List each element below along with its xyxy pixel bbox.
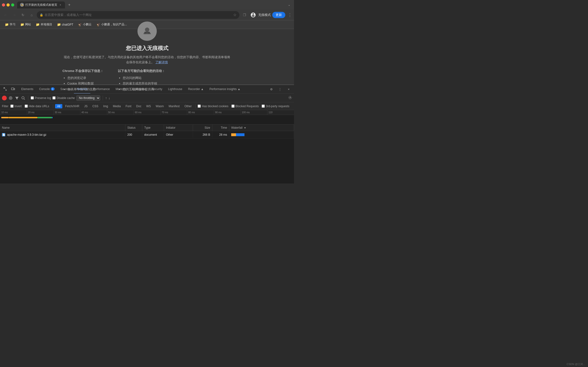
preserve-log-checkbox-label[interactable]: Preserve log — [31, 96, 51, 100]
tick-100ms: 100 ms — [241, 110, 267, 115]
network-settings-button[interactable] — [288, 96, 292, 100]
new-tab-button[interactable]: + — [66, 1, 73, 8]
col-header-status[interactable]: Status — [125, 125, 142, 131]
device-mode-button[interactable] — [10, 86, 17, 93]
tick-40ms: 40 ms — [80, 110, 107, 115]
has-blocked-cookies-label[interactable]: Has blocked cookies — [198, 105, 228, 108]
inspect-element-button[interactable] — [2, 86, 9, 93]
table-row[interactable]: 📄 apache-maven-3.9.3-bin.tar.gz 200 docu… — [0, 131, 294, 139]
bookmark-label: 网站 — [25, 23, 31, 26]
timeline-bar-green — [37, 117, 52, 118]
bookmark-button[interactable]: ☆ — [233, 13, 237, 17]
tick-70ms: 70 ms — [160, 110, 187, 115]
blocked-requests-checkbox[interactable] — [231, 105, 235, 108]
filter-type-media[interactable]: Media — [111, 104, 123, 108]
back-button[interactable]: ← — [2, 11, 9, 19]
devtools-right-icons: ⚙ ⋮ × — [268, 86, 292, 93]
more-options-button[interactable]: ⋮ — [277, 86, 283, 93]
throttle-select[interactable]: No throttling — [76, 95, 100, 101]
col-header-type[interactable]: Type — [142, 125, 164, 131]
incognito-desc: 现在，您便可进行私密浏览了。与您共用此设备的其他用户将不会看到您的活动，但您的下… — [63, 55, 232, 65]
close-devtools-button[interactable]: × — [285, 86, 292, 93]
incognito-label: 无痕模式 — [258, 13, 271, 17]
cell-status: 200 — [125, 132, 142, 138]
close-light[interactable] — [2, 3, 5, 7]
disable-cache-checkbox[interactable] — [52, 96, 56, 100]
bookmark-label: 学习 — [10, 23, 16, 26]
filter-type-fetch-xhr[interactable]: Fetch/XHR — [63, 104, 81, 108]
sidebar-button[interactable]: ❐ — [241, 11, 248, 19]
filter-type-ws[interactable]: WS — [144, 104, 153, 108]
settings-button[interactable]: ⚙ — [268, 86, 275, 93]
hide-data-urls-label[interactable]: Hide data URLs — [25, 105, 49, 108]
menu-button[interactable]: ⋮ — [288, 12, 292, 18]
filter-type-all[interactable]: All — [55, 104, 62, 108]
traffic-lights — [2, 3, 14, 7]
filter-type-js[interactable]: JS — [82, 104, 89, 108]
active-tab[interactable]: 🕵 打开新的无痕模式标签页 × — [17, 1, 65, 8]
nav-right: ❐ 无痕模式 更新 ⋮ — [241, 11, 292, 19]
filter-type-manifest[interactable]: Manifest — [167, 104, 181, 108]
cell-time: 28 ms — [212, 132, 229, 138]
col-header-time[interactable]: Time — [212, 125, 229, 131]
tick-10ms: 10 ms — [0, 110, 27, 115]
col-header-initiator[interactable]: Initiator — [164, 125, 193, 131]
home-button[interactable]: ⌂ — [28, 11, 35, 19]
timeline-bar-yellow — [9, 117, 37, 118]
cell-type: document — [142, 132, 164, 138]
hide-data-urls-checkbox[interactable] — [25, 105, 28, 108]
incognito-content: 您已进入无痕模式 现在，您便可进行私密浏览了。与您共用此设备的其他用户将不会看到… — [63, 22, 232, 92]
col-header-size[interactable]: Size — [193, 125, 212, 131]
invert-checkbox-label[interactable]: Invert — [10, 105, 22, 108]
filter-type-font[interactable]: Font — [124, 104, 133, 108]
bookmark-item-website[interactable]: 📁 网站 — [18, 22, 33, 27]
filter-type-wasm[interactable]: Wasm — [154, 104, 166, 108]
record-button[interactable] — [2, 96, 7, 100]
timeline-bars — [0, 115, 294, 125]
filter-type-doc[interactable]: Doc — [134, 104, 143, 108]
import-button[interactable]: ↓ — [109, 96, 110, 100]
address-bar[interactable]: 🔒 ☆ — [37, 11, 239, 19]
tick-90ms: 90 ms — [214, 110, 241, 115]
minimize-light[interactable] — [7, 3, 10, 7]
divider — [103, 96, 103, 100]
col-header-waterfall[interactable]: Waterfall ▼ — [229, 125, 294, 131]
filter-type-css[interactable]: CSS — [90, 104, 100, 108]
update-button[interactable]: 更新 — [272, 12, 285, 18]
tab-close-button[interactable]: × — [59, 3, 62, 7]
col-header-name[interactable]: Name — [0, 125, 125, 131]
waterfall-bar-blue — [236, 133, 245, 136]
divider — [196, 104, 196, 108]
svg-rect-4 — [145, 32, 146, 33]
table-header: Name Status Type Initiator Size Time Wat… — [0, 125, 294, 131]
filter-button[interactable] — [15, 96, 19, 100]
reload-button[interactable]: ↻ — [19, 11, 26, 19]
forward-button[interactable]: → — [11, 11, 18, 19]
tab-console[interactable]: Console 1 — [36, 85, 58, 94]
wont-save-list: 您的浏览记录 Cookie 和网站数据 在表单中填写的信息 — [63, 75, 104, 92]
filter-type-other[interactable]: Other — [182, 104, 194, 108]
disable-cache-checkbox-label[interactable]: Disable cache — [52, 96, 75, 100]
clear-button[interactable] — [8, 96, 13, 100]
maximize-light[interactable] — [11, 3, 14, 7]
invert-checkbox[interactable] — [10, 105, 14, 108]
collapse-button[interactable]: ⌄ — [286, 2, 292, 8]
search-button[interactable] — [21, 96, 26, 100]
tick-20ms: 20 ms — [27, 110, 54, 115]
filter-type-img[interactable]: Img — [101, 104, 110, 108]
third-party-label[interactable]: 3rd-party requests — [262, 105, 289, 108]
address-input[interactable] — [45, 13, 232, 17]
upload-button[interactable]: ↑ — [105, 96, 107, 100]
network-toolbar: Preserve log Disable cache No throttling… — [0, 94, 294, 102]
bookmark-item-learn[interactable]: 📁 学习 — [3, 22, 17, 27]
blocked-requests-label[interactable]: Blocked Requests — [231, 105, 259, 108]
learn-more-link[interactable]: 了解详情 — [155, 60, 168, 64]
preserve-log-checkbox[interactable] — [31, 96, 34, 100]
bookmark-item-local[interactable]: 📁 本地项目 — [34, 22, 54, 27]
third-party-checkbox[interactable] — [262, 105, 265, 108]
tab-elements[interactable]: Elements — [18, 85, 36, 94]
tick-80ms: 80 ms — [187, 110, 214, 115]
cell-name: 📄 apache-maven-3.9.3-bin.tar.gz — [0, 132, 125, 138]
main-content: 您已进入无痕模式 现在，您便可进行私密浏览了。与您共用此设备的其他用户将不会看到… — [0, 29, 294, 84]
has-blocked-cookies-checkbox[interactable] — [198, 105, 201, 108]
